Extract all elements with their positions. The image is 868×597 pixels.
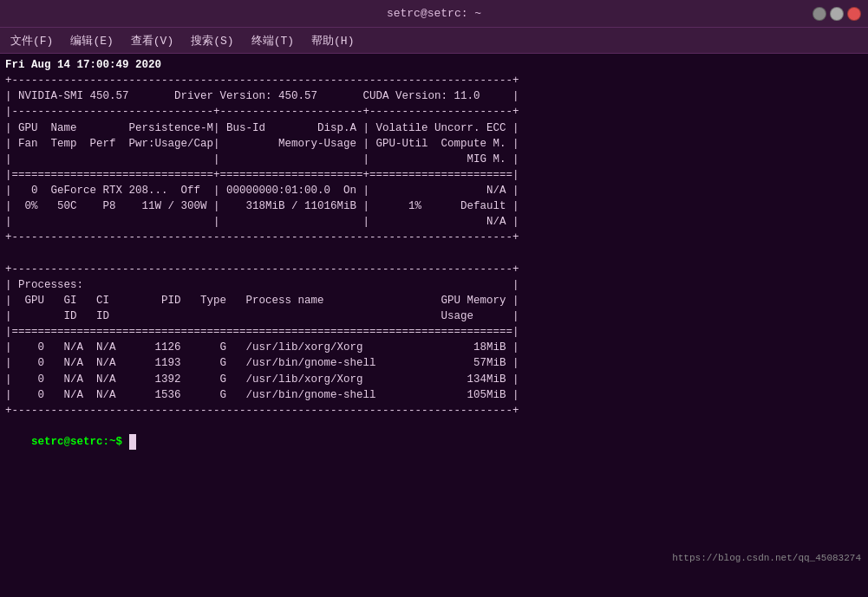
minimize-button[interactable] <box>813 7 826 21</box>
smi-gpu-line1: | 0 GeForce RTX 208... Off | 00000000:01… <box>5 183 863 198</box>
proc-row4: | 0 N/A N/A 1536 G /usr/bin/gnome-shell … <box>5 387 863 403</box>
smi-line1: | NVIDIA-SMI 450.57 Driver Version: 450.… <box>5 88 863 104</box>
proc-row3: | 0 N/A N/A 1392 G /usr/lib/xorg/Xorg 13… <box>5 372 863 387</box>
proc-footer: +---------------------------------------… <box>5 403 863 419</box>
prompt-text: setrc@setrc:~$ <box>31 436 129 448</box>
menu-search[interactable]: 搜索(S) <box>187 31 237 50</box>
blank-line <box>5 246 863 262</box>
menu-terminal[interactable]: 终端(T) <box>248 31 297 50</box>
proc-line1: | Processes: | <box>5 277 863 293</box>
smi-col-headers3: | | | MIG M. | <box>5 152 863 167</box>
smi-gpu-line3: | | | N/A | <box>5 214 863 230</box>
menu-file[interactable]: 文件(F) <box>7 31 56 50</box>
menu-help[interactable]: 帮助(H) <box>308 31 357 50</box>
smi-divider2: |===============================+=======… <box>5 167 863 183</box>
terminal-area[interactable]: Fri Aug 14 17:00:49 2020 +--------------… <box>0 54 868 597</box>
smi-gpu-line2: | 0% 50C P8 11W / 300W | 318MiB / 11016M… <box>5 198 863 214</box>
window-title: setrc@setrc: ~ <box>387 7 481 20</box>
prompt-line: setrc@setrc:~$ <box>5 419 863 465</box>
proc-row1: | 0 N/A N/A 1126 G /usr/lib/xorg/Xorg 18… <box>5 340 863 355</box>
datetime-line: Fri Aug 14 17:00:49 2020 <box>5 57 863 73</box>
smi-header-top: +---------------------------------------… <box>5 73 863 88</box>
maximize-button[interactable] <box>830 7 844 21</box>
smi-col-headers2: | Fan Temp Perf Pwr:Usage/Cap| Memory-Us… <box>5 136 863 152</box>
titlebar: setrc@setrc: ~ <box>0 0 868 28</box>
menu-view[interactable]: 查看(V) <box>127 31 177 50</box>
smi-divider1: |-------------------------------+-------… <box>5 104 863 120</box>
proc-row2: | 0 N/A N/A 1193 G /usr/bin/gnome-shell … <box>5 355 863 371</box>
watermark: https://blog.csdn.net/qq_45083274 <box>672 552 861 566</box>
window-controls[interactable] <box>813 7 861 21</box>
menu-edit[interactable]: 编辑(E) <box>67 31 116 50</box>
proc-col2: | ID ID Usage | <box>5 308 863 324</box>
proc-divider: |=======================================… <box>5 324 863 340</box>
smi-footer: +---------------------------------------… <box>5 230 863 245</box>
smi-col-headers1: | GPU Name Persistence-M| Bus-Id Disp.A … <box>5 120 863 136</box>
proc-col1: | GPU GI CI PID Type Process name GPU Me… <box>5 293 863 308</box>
close-button[interactable] <box>847 7 861 21</box>
menubar: 文件(F) 编辑(E) 查看(V) 搜索(S) 终端(T) 帮助(H) <box>0 28 868 54</box>
proc-header: +---------------------------------------… <box>5 262 863 277</box>
